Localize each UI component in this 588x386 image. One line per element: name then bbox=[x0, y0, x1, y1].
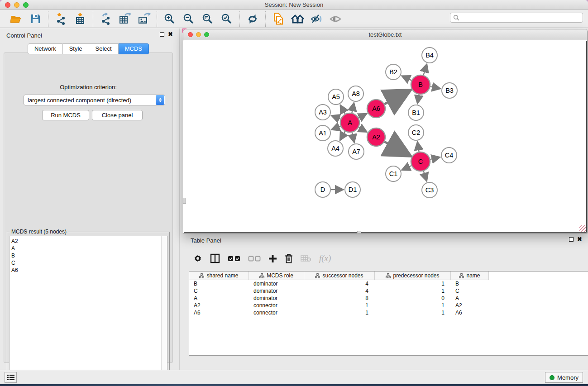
edge-B-B3[interactable] bbox=[430, 86, 441, 89]
add-column-icon[interactable] bbox=[268, 254, 277, 263]
tab-mcds[interactable]: MCDS bbox=[119, 43, 149, 54]
save-session-icon[interactable] bbox=[28, 12, 43, 26]
edge-C-C2[interactable] bbox=[417, 142, 419, 152]
edge-A6-B[interactable] bbox=[385, 90, 411, 104]
zoom-out-icon[interactable] bbox=[182, 12, 196, 26]
node-table[interactable]: shared nameMCDS rolesuccessor nodesprede… bbox=[189, 271, 588, 356]
result-list-scrollbar[interactable] bbox=[161, 236, 167, 383]
mcds-result-item[interactable]: A bbox=[11, 245, 161, 252]
task-history-button[interactable] bbox=[5, 372, 17, 383]
edge-C-C3[interactable] bbox=[424, 171, 427, 181]
column-header-name[interactable]: name bbox=[451, 272, 489, 280]
hide-eye-icon[interactable] bbox=[309, 12, 324, 26]
network-node-B3[interactable]: B3 bbox=[442, 83, 457, 98]
mcds-result-item[interactable]: A6 bbox=[11, 267, 161, 274]
network-node-B[interactable]: B bbox=[411, 75, 430, 94]
show-columns-icon[interactable] bbox=[210, 253, 220, 263]
criterion-dropdown[interactable]: largest connected component (directed) bbox=[24, 95, 165, 105]
search-box[interactable] bbox=[450, 13, 583, 23]
mcds-result-item[interactable]: C bbox=[11, 259, 161, 267]
memory-button[interactable]: Memory bbox=[545, 372, 583, 383]
zoom-selected-icon[interactable] bbox=[220, 12, 234, 26]
network-node-D1[interactable]: D1 bbox=[345, 182, 360, 197]
float-table-panel-icon[interactable] bbox=[569, 237, 574, 242]
panel-splitter[interactable] bbox=[179, 29, 180, 370]
close-table-panel-icon[interactable]: ✖ bbox=[577, 237, 582, 242]
edge-C-C1[interactable] bbox=[402, 166, 411, 170]
zoom-fit-icon[interactable] bbox=[201, 12, 215, 26]
network-node-C3[interactable]: C3 bbox=[422, 182, 437, 198]
home-icon[interactable] bbox=[290, 12, 305, 26]
open-folder-icon[interactable] bbox=[9, 12, 24, 26]
table-row[interactable]: Bdominator41B bbox=[189, 280, 588, 287]
close-panel-button[interactable]: Close panel bbox=[92, 110, 143, 120]
edge-A-A3[interactable] bbox=[331, 115, 341, 119]
edge-B-B1[interactable] bbox=[417, 95, 419, 104]
edge-A-A2[interactable] bbox=[359, 128, 367, 132]
deselect-all-icon[interactable] bbox=[248, 256, 261, 262]
edge-A2-C[interactable] bbox=[384, 142, 411, 156]
edge-C-C4[interactable] bbox=[430, 157, 440, 159]
tab-network[interactable]: Network bbox=[28, 43, 63, 54]
network-node-A5[interactable]: A5 bbox=[328, 89, 344, 105]
network-node-B4[interactable]: B4 bbox=[422, 48, 437, 63]
edge-B-B2[interactable] bbox=[402, 76, 411, 81]
table-row[interactable]: A2connector11A2 bbox=[189, 302, 588, 309]
import-table-icon[interactable] bbox=[73, 12, 87, 26]
float-panel-icon[interactable] bbox=[160, 32, 164, 37]
network-node-A3[interactable]: A3 bbox=[315, 105, 330, 120]
run-mcds-button[interactable]: Run MCDS bbox=[42, 110, 89, 120]
import-network-icon[interactable] bbox=[54, 12, 68, 26]
network-node-B2[interactable]: B2 bbox=[386, 64, 401, 80]
table-row[interactable]: Cdominator41C bbox=[189, 287, 588, 295]
network-node-C1[interactable]: C1 bbox=[386, 166, 401, 181]
network-node-B1[interactable]: B1 bbox=[408, 105, 424, 120]
edge-A-A6[interactable] bbox=[359, 114, 367, 118]
edge-A-A4[interactable] bbox=[340, 131, 345, 140]
zoom-in-icon[interactable] bbox=[163, 12, 177, 26]
network-node-A8[interactable]: A8 bbox=[348, 86, 363, 101]
edge-A-A5[interactable] bbox=[340, 105, 345, 114]
edge-A-A7[interactable] bbox=[352, 133, 354, 143]
network-node-C4[interactable]: C4 bbox=[441, 148, 457, 163]
network-canvas[interactable]: B4B2BB3A5A8A6A3B1AA1C2A2A4A7CC4C1DD1C3 bbox=[184, 41, 587, 233]
network-node-A[interactable]: A bbox=[340, 113, 359, 132]
network-node-C[interactable]: C bbox=[411, 152, 430, 171]
network-node-A7[interactable]: A7 bbox=[349, 144, 364, 159]
column-header-predecessor-nodes[interactable]: predecessor nodes bbox=[375, 272, 451, 280]
network-node-A1[interactable]: A1 bbox=[315, 125, 330, 141]
canvas-hscroll-thumb[interactable] bbox=[357, 231, 361, 234]
delete-column-icon[interactable] bbox=[285, 254, 293, 263]
tab-style[interactable]: Style bbox=[63, 43, 89, 54]
edge-B-B4[interactable] bbox=[424, 64, 427, 75]
edge-A-A8[interactable] bbox=[352, 103, 354, 113]
export-image-icon[interactable] bbox=[137, 12, 151, 26]
function-builder-icon[interactable]: f(x) bbox=[319, 253, 331, 263]
show-eye-icon[interactable] bbox=[328, 12, 343, 26]
canvas-vscroll-thumb[interactable] bbox=[183, 198, 186, 204]
table-settings-icon[interactable] bbox=[193, 254, 202, 263]
edge-A-A1[interactable] bbox=[331, 126, 341, 130]
apply-layout-icon[interactable] bbox=[245, 12, 260, 26]
export-network-icon[interactable] bbox=[99, 12, 113, 26]
mcds-result-item[interactable]: A2 bbox=[11, 238, 161, 245]
network-node-A6[interactable]: A6 bbox=[367, 100, 385, 118]
search-input[interactable] bbox=[459, 14, 583, 21]
window-resize-grip[interactable] bbox=[579, 225, 586, 232]
delete-table-icon[interactable] bbox=[301, 255, 311, 262]
table-row[interactable]: Adominator80A bbox=[189, 295, 588, 302]
select-all-icon[interactable] bbox=[228, 256, 240, 262]
column-header-MCDS-role[interactable]: MCDS role bbox=[249, 272, 304, 280]
table-row[interactable]: A6connector11A6 bbox=[189, 309, 588, 316]
network-window-titlebar[interactable]: testGlobe.txt bbox=[183, 29, 587, 40]
column-header-successor-nodes[interactable]: successor nodes bbox=[304, 272, 375, 280]
network-node-C2[interactable]: C2 bbox=[408, 125, 424, 140]
close-panel-icon[interactable]: ✖ bbox=[168, 32, 173, 37]
mcds-result-item[interactable]: B bbox=[11, 252, 161, 259]
export-table-icon[interactable] bbox=[118, 12, 132, 26]
network-files-icon[interactable] bbox=[271, 12, 286, 26]
network-node-D[interactable]: D bbox=[315, 182, 330, 197]
network-node-A2[interactable]: A2 bbox=[367, 128, 385, 146]
network-node-A4[interactable]: A4 bbox=[328, 141, 343, 156]
tab-select[interactable]: Select bbox=[89, 43, 119, 54]
